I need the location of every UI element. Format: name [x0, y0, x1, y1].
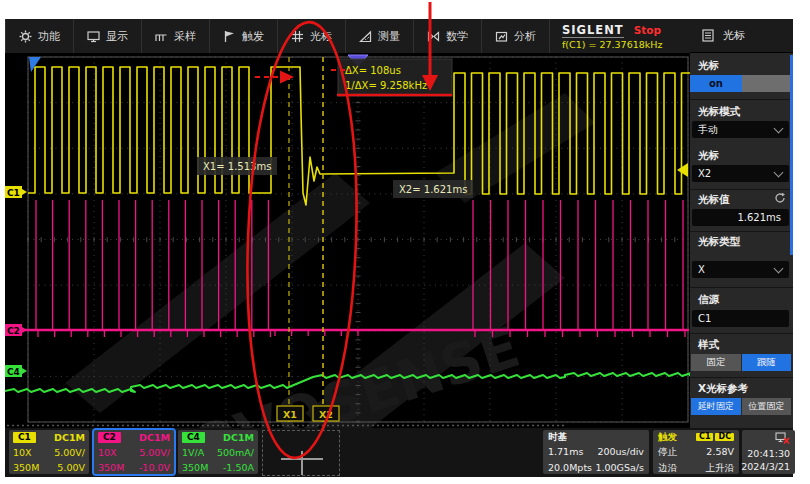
- x-ref-option-position-fixed[interactable]: 位置固定: [742, 398, 792, 415]
- ruler-icon: [359, 30, 372, 43]
- cursor-value-label: 光标值: [698, 193, 730, 207]
- cursor-select-label: 光标: [698, 149, 719, 163]
- channel-badge: C1: [13, 432, 36, 443]
- x-ref-segmented-control: 延时固定 位置固定: [691, 398, 791, 415]
- svg-text:C2: C2: [7, 326, 20, 336]
- chevron-down-icon: [774, 264, 784, 274]
- trigger-level-marker[interactable]: [677, 163, 688, 177]
- x-ref-option-delay-fixed[interactable]: 延时固定: [691, 398, 741, 415]
- menu-item-trigger[interactable]: 触发: [210, 19, 278, 53]
- channel-marker-c4[interactable]: C4: [5, 365, 27, 377]
- menu-label: 触发: [242, 29, 264, 44]
- channel-descriptor-c2[interactable]: C2DC1M 10X5.00V/ 350M-10.0V: [94, 430, 174, 474]
- trigger-box[interactable]: 触发 C1 DC 停止2.58V 边沿上升沿: [653, 430, 739, 474]
- style-label: 样式: [698, 338, 719, 352]
- channel-descriptor-c1[interactable]: C1DC1M 10X5.00V/ 350M5.00V: [9, 430, 89, 474]
- source-label: 信源: [698, 293, 719, 307]
- clock-time: 20:41:30: [747, 448, 790, 459]
- analysis-icon: [495, 30, 508, 43]
- cursor-x2-tag[interactable]: X2: [313, 406, 339, 421]
- display-icon: [87, 30, 100, 43]
- svg-text:X1= 1.513ms: X1= 1.513ms: [203, 161, 271, 172]
- toggle-on-segment[interactable]: on: [690, 75, 742, 92]
- gear-icon: [19, 30, 32, 43]
- menu-item-function[interactable]: 功能: [5, 19, 74, 53]
- cursor-mode-dropdown[interactable]: 手动: [692, 121, 789, 138]
- source-field[interactable]: C1: [692, 310, 789, 327]
- menu-label: 光标: [310, 29, 332, 44]
- clipboard-icon: [702, 29, 714, 42]
- trigger-source-badge: C1: [696, 433, 713, 441]
- menu-item-cursors[interactable]: 光标: [278, 19, 346, 53]
- waveform-display[interactable]: NOVOSENSE C1 C2 C4: [5, 53, 690, 428]
- menu-item-math[interactable]: 数学: [414, 19, 482, 53]
- menu-item-display[interactable]: 显示: [74, 19, 142, 53]
- cursor-select-value: X2: [698, 168, 711, 179]
- cursor-select-dropdown[interactable]: X2: [692, 165, 789, 182]
- chevron-down-icon: [774, 168, 784, 178]
- x2-readout-tooltip: X2= 1.621ms: [393, 180, 473, 198]
- menu-label: 采样: [174, 29, 196, 44]
- channel-badge: C2: [98, 432, 121, 443]
- menu-item-analysis[interactable]: 分析: [482, 19, 550, 53]
- channel-descriptor-c4[interactable]: C4DC1M 1V/A500mA/ 350M-1.50A: [178, 430, 258, 474]
- menu-item-measure[interactable]: 测量: [346, 19, 414, 53]
- menu-item-acquire[interactable]: 采样: [142, 19, 210, 53]
- timebase-box[interactable]: 时基 1.71ms200us/div 20.0Mpts1.00GSa/s: [543, 430, 649, 474]
- cursor-type-dropdown[interactable]: X: [692, 261, 789, 278]
- svg-text:C4: C4: [7, 367, 20, 377]
- cursor-on-off-toggle[interactable]: on: [690, 75, 790, 92]
- cursor-settings-panel: 光标 on 光标模式 手动 光标 X2 光标值 1.621ms 光标类型 X 信…: [690, 53, 793, 428]
- svg-text:1/ΔX= 9.258kHz: 1/ΔX= 9.258kHz: [345, 80, 427, 91]
- watermark: NOVOSENSE: [65, 93, 595, 428]
- page: { "menu": { "items": [ {"name":"function…: [0, 0, 810, 484]
- sidebar-title: 光标: [723, 28, 745, 43]
- menu-label: 分析: [514, 29, 536, 44]
- menu-label: 测量: [378, 29, 400, 44]
- style-segmented-control: 固定 跟随: [691, 354, 791, 371]
- delta-x-tooltip: ΔX= 108us 1/ΔX= 9.258kHz: [338, 59, 452, 96]
- menu-label: 显示: [106, 29, 128, 44]
- menu-bar: 功能 显示 采样 触发 光标 测量 数学 分析: [5, 19, 690, 53]
- status-bar: C1DC1M 10X5.00V/ 350M5.00V C2DC1M 10X5.0…: [5, 428, 793, 477]
- toggle-off-segment[interactable]: [742, 75, 790, 92]
- trigger-label: 触发: [658, 432, 677, 442]
- svg-text:X2: X2: [319, 409, 333, 420]
- cursor-type-value: X: [698, 264, 705, 275]
- channel-badge: C4: [182, 432, 205, 443]
- siglent-logo: SIGLENT: [562, 23, 624, 38]
- svg-text:X2= 1.621ms: X2= 1.621ms: [399, 184, 467, 195]
- flag-icon: [223, 30, 236, 43]
- cursor-x1-tag[interactable]: X1: [277, 406, 303, 421]
- cursor-value-field[interactable]: 1.621ms: [692, 209, 789, 226]
- chevron-down-icon: [774, 124, 784, 134]
- channel-marker-c2[interactable]: C2: [5, 324, 27, 336]
- oscilloscope-screen: 功能 显示 采样 触发 光标 测量 数学 分析: [5, 19, 793, 477]
- sidebar-scrollbar[interactable]: [790, 55, 793, 255]
- cursor-value-text: 1.621ms: [737, 212, 781, 223]
- svg-text:C1: C1: [7, 188, 20, 198]
- waveform-traces: [5, 67, 690, 392]
- clock-box[interactable]: 20:41:30 2024/3/21: [742, 430, 795, 474]
- cursor-type-label: 光标类型: [698, 235, 740, 249]
- network-disconnected-icon: [775, 432, 790, 445]
- math-icon: [427, 30, 440, 43]
- x1-readout-tooltip: X1= 1.513ms: [197, 157, 277, 175]
- menu-label: 数学: [446, 29, 468, 44]
- sidebar-header: 光标: [690, 19, 793, 53]
- svg-text:ΔX= 108us: ΔX= 108us: [345, 65, 401, 76]
- timebase-label: 时基: [548, 432, 567, 442]
- acquire-icon: [155, 30, 168, 43]
- empty-channel-slot[interactable]: [262, 430, 340, 476]
- style-option-follow[interactable]: 跟随: [742, 354, 792, 371]
- channel-marker-c1[interactable]: C1: [5, 186, 27, 198]
- frequency-readout: f(C1) = 27.37618kHz: [562, 39, 666, 50]
- trigger-coupling-badge: DC: [715, 433, 734, 441]
- crosshair-icon: [301, 451, 303, 475]
- style-option-fixed[interactable]: 固定: [691, 354, 741, 371]
- run-state-badge[interactable]: Stop: [634, 24, 661, 36]
- menu-label: 功能: [38, 29, 60, 44]
- waveform-svg: NOVOSENSE C1 C2 C4: [5, 53, 690, 428]
- refresh-icon[interactable]: [774, 192, 786, 204]
- x-ref-label: X光标参考: [698, 382, 748, 396]
